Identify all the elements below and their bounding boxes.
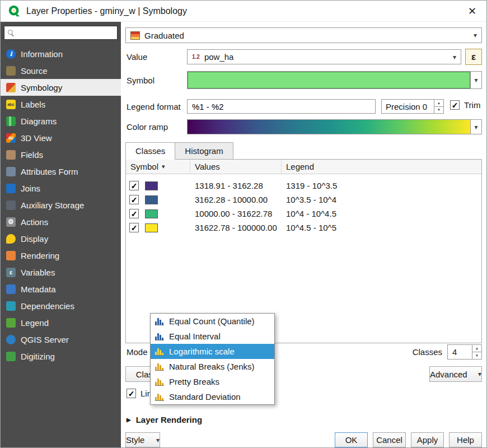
class-color-swatch[interactable] [145,195,158,204]
color-ramp-dropdown-button[interactable]: ▾ [470,120,481,134]
check-icon: ✓ [128,389,135,398]
class-color-swatch[interactable] [145,181,158,190]
sidebar-item-dependencies[interactable]: Dependencies [1,297,121,314]
table-row[interactable]: ✓ 10000.00 - 31622.78 10^4 - 10^4.5 [126,207,481,221]
classes-spinbox[interactable]: 4 ▲ ▼ [447,344,482,360]
style-button[interactable]: Style ▾ [125,432,160,447]
value-field-select[interactable]: 1.2 pow_ha ▾ [187,49,461,64]
layer-rendering-section-toggle[interactable]: ▶ Layer Rendering [127,415,202,424]
legend-format-input[interactable] [187,99,376,114]
apply-button[interactable]: Apply [411,432,444,447]
class-checkbox[interactable]: ✓ [129,223,139,232]
spin-up-icon[interactable]: ▲ [472,345,481,352]
classes-label: Classes [413,347,442,357]
sidebar-item-information[interactable]: Information [1,45,121,62]
symbol-selector[interactable]: ▾ [187,71,482,89]
joins-icon [6,184,16,193]
cancel-button[interactable]: Cancel [373,432,406,447]
tab-histogram[interactable]: Histogram [175,142,233,160]
sidebar-item-digitizing[interactable]: Digitizing [1,348,121,365]
classes-histogram-tabs: Classes Histogram [125,142,233,160]
class-values: 31622.78 - 100000.00 [190,223,282,232]
expression-builder-button[interactable]: ε [465,49,482,65]
class-color-swatch[interactable] [145,223,158,232]
fields-icon [6,150,16,160]
menu-item-label: Logarithmic scale [169,347,235,356]
symbol-dropdown-button[interactable]: ▾ [470,72,481,88]
sidebar-item-display[interactable]: Display [1,230,121,247]
sidebar-item-label: Labels [21,100,45,109]
sidebar-item-symbology[interactable]: Symbology [1,79,121,96]
spin-down-icon[interactable]: ▼ [434,107,443,114]
menu-item-standard-deviation[interactable]: Standard Deviation [151,389,274,404]
auxiliary-storage-icon [6,200,16,210]
sidebar-item-label: QGIS Server [21,335,69,344]
check-icon: ✓ [131,223,138,232]
dependencies-icon [6,301,16,311]
chevron-down-icon: ▾ [474,76,477,84]
sidebar-item-rendering[interactable]: Rendering [1,247,121,264]
class-checkbox[interactable]: ✓ [129,209,139,218]
check-icon: ✓ [131,181,138,190]
menu-item-label: Equal Count (Quantile) [169,316,255,326]
sidebar-item-qgis-server[interactable]: QGIS Server [1,331,121,348]
menu-item-natural-breaks[interactable]: Natural Breaks (Jenks) [151,359,274,374]
menu-item-equal-interval[interactable]: Equal Interval [151,329,274,344]
sidebar-item-legend[interactable]: Legend [1,314,121,331]
ok-button[interactable]: OK [335,432,368,447]
sidebar-item-3d-view[interactable]: 3D View [1,129,121,146]
menu-item-equal-count[interactable]: Equal Count (Quantile) [151,314,274,329]
sidebar-item-auxiliary-storage[interactable]: Auxiliary Storage [1,197,121,213]
class-checkbox[interactable]: ✓ [129,195,139,204]
menu-item-logarithmic-scale[interactable]: Logarithmic scale [151,344,274,359]
column-header-symbol[interactable]: Symbol ▾ [126,160,190,174]
value-label: Value [127,52,147,62]
help-button[interactable]: Help [449,432,482,447]
precision-spinner[interactable]: ▲ ▼ [434,100,443,113]
sidebar-item-fields[interactable]: Fields [1,146,121,163]
classes-spinner[interactable]: ▲ ▼ [472,345,481,359]
chevron-down-icon: ▾ [474,123,477,131]
sidebar-item-actions[interactable]: Actions [1,213,121,230]
advanced-button[interactable]: Advanced ▾ [429,366,482,382]
sidebar-item-metadata[interactable]: Metadata [1,281,121,297]
menu-item-label: Equal Interval [169,332,221,341]
sidebar-item-labels[interactable]: Labels [1,96,121,113]
link-class-boundaries-checkbox[interactable]: ✓ [127,389,136,398]
sidebar-item-diagrams[interactable]: Diagrams [1,113,121,129]
sidebar-item-variables[interactable]: Variables [1,264,121,281]
spin-down-icon[interactable]: ▼ [472,352,481,359]
column-header-values[interactable]: Values [190,160,282,174]
class-legend: 10^4.5 - 10^5 [282,223,481,232]
color-ramp-selector[interactable]: ▾ [187,119,482,134]
menu-item-pretty-breaks[interactable]: Pretty Breaks [151,374,274,389]
sidebar-item-source[interactable]: Source [1,62,121,79]
table-row[interactable]: ✓ 31622.78 - 100000.00 10^4.5 - 10^5 [126,221,481,235]
window-title: Layer Properties - gminy_w | Symbology [26,6,187,16]
tab-classes[interactable]: Classes [125,142,175,160]
table-header: Symbol ▾ Values Legend [126,160,481,174]
renderer-select[interactable]: Graduated ▾ [125,27,482,43]
trim-checkbox[interactable]: ✓ [450,100,460,110]
sidebar-search-input[interactable] [18,28,114,38]
tab-label: Classes [135,146,165,156]
class-checkbox[interactable]: ✓ [129,181,139,190]
column-header-legend[interactable]: Legend [282,160,481,174]
table-row[interactable]: ✓ 3162.28 - 10000.00 10^3.5 - 10^4 [126,193,481,207]
close-icon[interactable]: ✕ [466,5,479,17]
class-color-swatch[interactable] [145,209,158,218]
sidebar-item-label: Attributes Form [21,167,78,176]
sidebar-item-attributes-form[interactable]: Attributes Form [1,163,121,180]
sidebar-item-joins[interactable]: Joins [1,180,121,197]
sidebar: Information Source Symbology Labels Diag… [1,22,121,447]
layer-rendering-label: Layer Rendering [136,415,202,424]
sidebar-item-label: Dependencies [21,301,74,311]
actions-icon [6,217,16,227]
spin-up-icon[interactable]: ▲ [434,100,443,107]
trim-checkbox-group[interactable]: ✓ Trim [450,100,480,110]
header-label: Values [195,162,220,171]
header-label: Symbol [130,162,158,171]
precision-spinbox[interactable]: Precision 0 ▲ ▼ [381,99,444,114]
mode-dropdown-menu: Equal Count (Quantile) Equal Interval Lo… [150,313,275,405]
table-row[interactable]: ✓ 1318.91 - 3162.28 1319 - 10^3.5 [126,179,481,193]
